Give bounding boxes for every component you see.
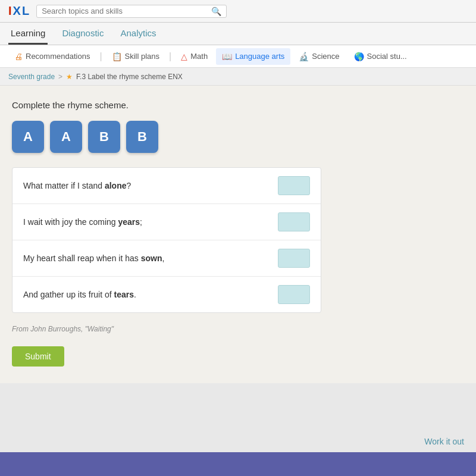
breadcrumb-separator: > <box>58 73 62 81</box>
subnav-math[interactable]: △ Math <box>175 48 214 65</box>
nav-bar: Learning Diagnostic Analytics <box>0 23 476 45</box>
subnav-sep-1: | <box>99 51 102 62</box>
subnav-social-studies[interactable]: 🌎 Social stu... <box>348 48 413 65</box>
poem-drop-3[interactable] <box>278 249 310 268</box>
poem-line-3: My heart shall reap when it has sown, <box>12 240 321 277</box>
subnav-social-studies-label: Social stu... <box>367 52 407 61</box>
attribution-text: From John Burroughs, "Waiting" <box>12 325 464 333</box>
search-input[interactable] <box>42 7 208 15</box>
logo-l: L <box>22 4 29 18</box>
nav-item-diagnostic[interactable]: Diagnostic <box>60 23 106 45</box>
poem-text-4: And gather up its fruit of tears. <box>23 290 271 299</box>
social-studies-icon: 🌎 <box>354 52 364 61</box>
subnav-language-arts[interactable]: 📖 Language arts <box>216 48 290 65</box>
main-content: Complete the rhyme scheme. A A B B What … <box>0 86 476 383</box>
top-bar: IXL 🔍 <box>0 0 476 23</box>
breadcrumb-grade[interactable]: Seventh grade <box>8 73 55 81</box>
math-icon: △ <box>181 52 187 61</box>
poem-drop-4[interactable] <box>278 285 310 304</box>
breadcrumb-star-icon: ★ <box>66 73 73 81</box>
breadcrumb-bar: Seventh grade > ★ F.3 Label the rhyme sc… <box>0 68 476 86</box>
science-icon: 🔬 <box>299 52 309 61</box>
subnav-recommendations[interactable]: 🖨 Recommendations <box>8 48 96 65</box>
breadcrumb-skill: F.3 Label the rhyme scheme ENX <box>76 73 183 81</box>
poem-drop-1[interactable] <box>278 176 310 195</box>
search-icon: 🔍 <box>211 7 221 16</box>
answer-tiles: A A B B <box>12 121 464 153</box>
tile-a1[interactable]: A <box>12 121 44 153</box>
search-bar[interactable]: 🔍 <box>36 5 227 18</box>
nav-item-learning[interactable]: Learning <box>8 23 48 45</box>
subnav-language-arts-label: Language arts <box>235 52 284 61</box>
work-it-out-link[interactable]: Work it out <box>424 437 464 446</box>
subnav-recommendations-label: Recommendations <box>26 52 90 61</box>
subnav-skill-plans[interactable]: 📋 Skill plans <box>106 48 166 65</box>
subnav-science[interactable]: 🔬 Science <box>293 48 345 65</box>
poem-text-2: I wait with joy the coming years; <box>23 217 271 227</box>
tile-a2[interactable]: A <box>50 121 82 153</box>
poem-line-2: I wait with joy the coming years; <box>12 204 321 240</box>
subnav-skill-plans-label: Skill plans <box>125 52 160 61</box>
sub-nav: 🖨 Recommendations | 📋 Skill plans | △ Ma… <box>0 45 476 68</box>
skill-plans-icon: 📋 <box>112 52 122 61</box>
subnav-science-label: Science <box>312 52 339 61</box>
logo-i: I <box>8 4 12 18</box>
tile-b1[interactable]: B <box>88 121 120 153</box>
poem-text-1: What matter if I stand alone? <box>23 181 271 190</box>
poem-box: What matter if I stand alone? I wait wit… <box>12 167 321 313</box>
poem-text-3: My heart shall reap when it has sown, <box>23 253 271 263</box>
subnav-sep-2: | <box>169 51 171 62</box>
language-arts-icon: 📖 <box>222 52 232 61</box>
submit-button[interactable]: Submit <box>12 346 64 367</box>
subnav-math-label: Math <box>190 52 208 61</box>
poem-line-1: What matter if I stand alone? <box>12 168 321 204</box>
logo: IXL <box>8 4 29 18</box>
logo-x: X <box>13 4 21 18</box>
nav-item-analytics[interactable]: Analytics <box>118 23 158 45</box>
instruction-text: Complete the rhyme scheme. <box>12 100 464 110</box>
poem-drop-2[interactable] <box>278 212 310 231</box>
recommendations-icon: 🖨 <box>14 52 23 61</box>
bottom-bar <box>0 452 476 476</box>
poem-line-4: And gather up its fruit of tears. <box>12 277 321 312</box>
tile-b2[interactable]: B <box>126 121 158 153</box>
